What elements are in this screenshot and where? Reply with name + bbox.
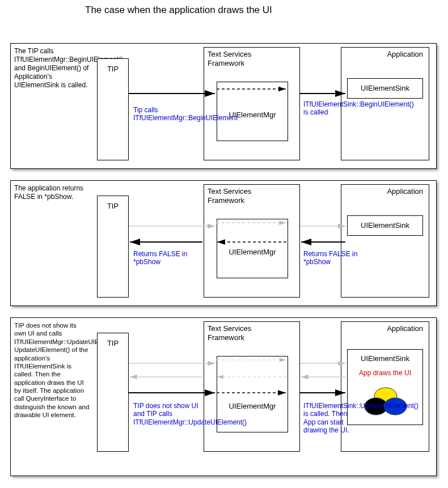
tsf-label: Text Services Framework <box>208 50 251 67</box>
sink-label-2: UIElementSink <box>348 221 422 230</box>
panel-3-caption-right: ITfUIElementSink::UpdateUIElement() is c… <box>303 402 354 435</box>
uimgr-label-2: UIElementMgr <box>217 248 288 256</box>
panel-3-desc: TIP does not show its own UI and calls I… <box>14 321 90 419</box>
tip-label-3: TIP <box>98 339 128 347</box>
sink-box-2: UIElementSink <box>347 215 423 236</box>
panel-2-caption-right: Returns FALSE in *pbShow <box>303 250 366 266</box>
tsf-box: Text Services Framework UIElementMgr <box>204 47 300 160</box>
app-draws-graphic <box>348 350 424 426</box>
uimgr-box: UIElementMgr <box>217 82 288 141</box>
panel-3: TIP does not show its own UI and calls I… <box>10 317 437 476</box>
sink-box: UIElementSink <box>347 78 423 99</box>
app-box-2: Application UIElementSink <box>341 184 429 298</box>
app-label-2: Application <box>387 187 423 196</box>
panel-1-caption-left: Tip calls ITfUIElementMgr::BeginUIElemen… <box>133 106 196 122</box>
panel-1-desc: The TIP calls ITfUIElementMgr::BeginUIEl… <box>14 47 94 90</box>
sink-label: UIElementSink <box>348 84 422 92</box>
panel-2-desc: The application returns FALSE in *pbShow… <box>14 184 94 201</box>
app-label-3: Application <box>387 324 423 333</box>
tip-label: TIP <box>98 65 128 73</box>
app-label: Application <box>387 50 423 59</box>
uimgr-box-2: UIElementMgr <box>217 219 288 278</box>
tsf-box-3: Text Services Framework UIElementMgr <box>204 321 300 452</box>
tsf-label-2: Text Services Framework <box>208 187 251 205</box>
panel-2: The application returns FALSE in *pbShow… <box>10 180 437 306</box>
tip-box-3: TIP <box>97 333 129 452</box>
tip-box-2: TIP <box>97 196 129 298</box>
tsf-label-3: Text Services Framework <box>208 324 251 342</box>
panel-2-caption-left: Returns FALSE in *pbShow <box>133 250 201 266</box>
panel-1: The TIP calls ITfUIElementMgr::BeginUIEl… <box>10 43 437 169</box>
uimgr-label-3: UIElementMgr <box>217 402 288 410</box>
diagram-page: The case when the application draws the … <box>0 0 448 488</box>
tip-box: TIP <box>97 58 129 160</box>
panel-3-caption-left: TIP does not show UI and TIP calls ITfUI… <box>133 402 200 426</box>
tsf-box-2: Text Services Framework UIElementMgr <box>204 184 300 298</box>
tip-label-2: TIP <box>98 202 128 210</box>
panel-1-caption-right: ITfUIElementSink::BeginUIElement() is ca… <box>303 100 353 117</box>
sink-box-3: UIElementSink App draws the UI <box>347 349 423 425</box>
page-title: The case when the application draws the … <box>85 5 272 16</box>
